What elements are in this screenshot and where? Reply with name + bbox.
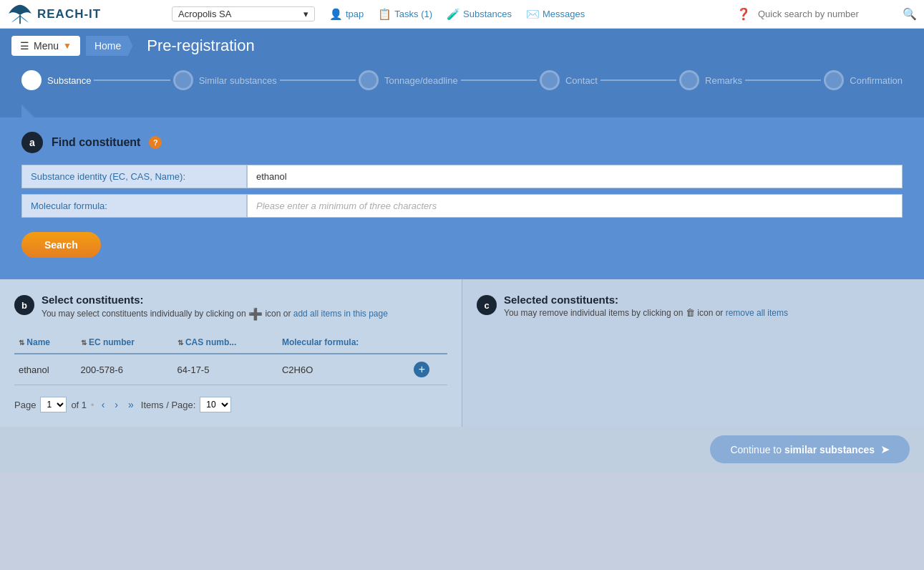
step-circle-contact <box>540 70 560 90</box>
messages-icon: ✉️ <box>526 8 540 21</box>
trash-icon: 🗑 <box>686 307 698 318</box>
cell-ec: 200-578-6 <box>77 354 173 385</box>
col-cas-label: CAS numb... <box>185 337 236 347</box>
top-nav: REACH-IT Acropolis SA ▾ 👤 tpap 📋 Tasks (… <box>0 0 924 29</box>
remove-all-link[interactable]: remove all items <box>726 308 788 318</box>
continue-btn-text: Continue to similar substances <box>730 444 875 455</box>
page-select[interactable]: 1 <box>40 397 67 412</box>
cell-cas: 64-17-5 <box>173 354 278 385</box>
step-circle-similar <box>173 70 193 90</box>
col-name-label: Name <box>26 337 50 347</box>
continue-text-bold: similar substances <box>784 444 875 455</box>
col-ec[interactable]: ⇅ EC number <box>77 332 173 354</box>
find-constituent-help-icon[interactable]: ? <box>149 136 162 149</box>
nav-tasks[interactable]: 📋 Tasks (1) <box>378 8 432 21</box>
step-circle-confirmation <box>824 70 844 90</box>
next-page-button[interactable]: › <box>112 397 121 412</box>
nav-substances[interactable]: 🧪 Substances <box>447 8 512 21</box>
identity-label: Substance identity (EC, CAS, Name): <box>21 165 247 188</box>
identity-input[interactable] <box>247 165 903 188</box>
subtitle-text-1: You may select constituents individually… <box>42 309 246 319</box>
items-per-page-select[interactable]: 10 25 50 <box>200 397 231 412</box>
menu-icon: ☰ <box>20 40 29 52</box>
col-formula[interactable]: Molecular formula: <box>278 332 409 354</box>
step-line-4 <box>600 79 676 81</box>
nav-tasks-label: Tasks (1) <box>394 9 432 19</box>
quick-search-area: ❓ 🔍 <box>736 6 917 22</box>
select-panel-subtitle: You may select constituents individually… <box>42 306 388 323</box>
step-label-contact: Contact <box>565 75 598 86</box>
continue-text-part1: Continue to <box>730 444 782 455</box>
add-all-link[interactable]: add all items in this page <box>293 309 388 319</box>
company-selector[interactable]: Acropolis SA ▾ <box>172 6 315 21</box>
breadcrumb-bar: ☰ Menu ▼ Home Pre-registration <box>0 29 924 63</box>
step-contact: Contact <box>540 70 598 90</box>
select-panel-title: Select constituents: <box>42 294 388 306</box>
sort-arrows-ec: ⇅ <box>81 339 87 347</box>
table-header-row: ⇅ Name ⇅ EC number ⇅ CAS numb... Molecul… <box>14 332 447 354</box>
steps-bar: Substance Similar substances Tonnage/dea… <box>0 63 924 105</box>
continue-arrow-icon: ➤ <box>880 443 890 456</box>
quick-search-button[interactable]: 🔍 <box>903 7 917 21</box>
col-action <box>409 332 447 354</box>
col-name[interactable]: ⇅ Name <box>14 332 77 354</box>
logo-area: REACH-IT <box>7 4 172 25</box>
step-similar: Similar substances <box>173 70 277 90</box>
formula-input[interactable] <box>247 194 903 218</box>
step-confirmation: Confirmation <box>824 70 903 90</box>
step-circle-tonnage <box>359 70 379 90</box>
find-constituent-header: a Find constituent ? <box>21 132 903 153</box>
sort-arrows-cas: ⇅ <box>177 339 183 347</box>
step-remarks: Remarks <box>679 70 742 90</box>
constituents-table: ⇅ Name ⇅ EC number ⇅ CAS numb... Molecul… <box>14 332 447 385</box>
table-row: ethanol 200-578-6 64-17-5 C2H6O + <box>14 354 447 385</box>
step-label-remarks: Remarks <box>705 75 742 86</box>
nav-messages[interactable]: ✉️ Messages <box>526 8 585 21</box>
app-logo-text: REACH-IT <box>37 7 101 21</box>
selected-panel-title: Selected constituents: <box>504 294 788 306</box>
step-line-3 <box>461 79 537 81</box>
help-icon: ❓ <box>736 7 751 21</box>
company-dropdown-icon: ▾ <box>303 9 308 19</box>
cell-add: + <box>409 354 447 385</box>
menu-label: Menu <box>34 40 59 52</box>
step-line-1 <box>94 79 170 81</box>
add-row-button[interactable]: + <box>414 362 429 377</box>
triangle-icon <box>21 105 47 117</box>
step-label-similar: Similar substances <box>199 75 277 86</box>
select-panel-header: b Select constituents: You may select co… <box>14 294 447 323</box>
step-circle-substance <box>21 70 42 90</box>
nav-items: 👤 tpap 📋 Tasks (1) 🧪 Substances ✉️ Messa… <box>315 8 736 21</box>
lower-section: b Select constituents: You may select co… <box>0 279 924 427</box>
search-button[interactable]: Search <box>21 232 101 258</box>
step-tonnage: Tonnage/deadline <box>359 70 458 90</box>
step-label-tonnage: Tonnage/deadline <box>384 75 458 86</box>
prev-page-button[interactable]: ‹ <box>99 397 108 412</box>
last-page-button[interactable]: » <box>125 397 137 412</box>
nav-user[interactable]: 👤 tpap <box>329 8 364 21</box>
col-ec-label: EC number <box>89 337 135 347</box>
plus-icon: ➕ <box>248 308 263 320</box>
company-name: Acropolis SA <box>178 9 231 19</box>
of-label: of 1 <box>71 400 87 410</box>
find-constituent-badge: a <box>21 132 43 153</box>
col-formula-label: Molecular formula: <box>282 337 359 347</box>
selected-subtitle-or: icon or <box>697 308 725 318</box>
items-per-page-label: Items / Page: <box>141 400 196 410</box>
step-line-2 <box>280 79 356 81</box>
sort-arrows-name: ⇅ <box>19 339 24 347</box>
footer-bar: Continue to similar substances ➤ <box>0 427 924 472</box>
menu-arrow-icon: ▼ <box>63 41 72 51</box>
user-icon: 👤 <box>329 8 343 21</box>
continue-button[interactable]: Continue to similar substances ➤ <box>710 435 910 463</box>
substances-icon: 🧪 <box>447 8 460 21</box>
breadcrumb-home[interactable]: Home <box>86 36 132 56</box>
logo-icon <box>7 4 33 25</box>
selected-constituents-panel: c Selected constituents: You may remove … <box>462 279 924 427</box>
col-cas[interactable]: ⇅ CAS numb... <box>173 332 278 354</box>
constituents-table-body: ethanol 200-578-6 64-17-5 C2H6O + <box>14 354 447 385</box>
selected-panel-subtitle: You may remove individual items by click… <box>504 306 788 320</box>
identity-row: Substance identity (EC, CAS, Name): <box>21 165 903 188</box>
quick-search-input[interactable] <box>755 6 898 22</box>
menu-button[interactable]: ☰ Menu ▼ <box>11 36 80 56</box>
